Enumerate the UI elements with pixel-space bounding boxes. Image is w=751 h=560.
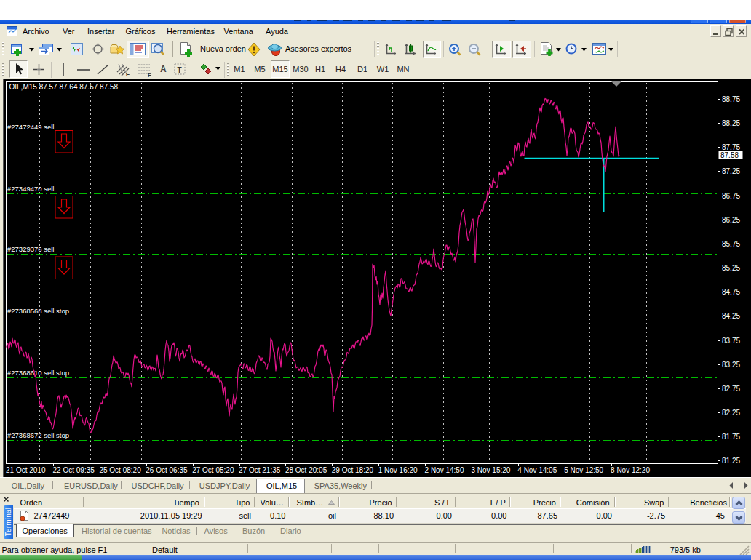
svg-text:83.25: 83.25 [722, 361, 740, 369]
svg-text:4 Nov 14:05: 4 Nov 14:05 [517, 466, 557, 474]
svg-text:83.75: 83.75 [722, 337, 740, 345]
svg-text:27 Oct 21:35: 27 Oct 21:35 [239, 466, 281, 474]
svg-text:82.75: 82.75 [722, 385, 740, 393]
svg-text:85.25: 85.25 [722, 264, 740, 272]
svg-text:29 Oct 18:20: 29 Oct 18:20 [332, 466, 374, 474]
svg-text:25 Oct 08:20: 25 Oct 08:20 [99, 466, 141, 474]
svg-text:#27329376 sell: #27329376 sell [7, 245, 54, 253]
svg-text:28 Oct 20:05: 28 Oct 20:05 [285, 466, 327, 474]
svg-text:OIL,M15 87.57 87.64 87.57 87.: OIL,M15 87.57 87.64 87.57 87.58 [9, 83, 119, 91]
svg-text:8 Nov 12:20: 8 Nov 12:20 [611, 466, 650, 474]
svg-text:86.75: 86.75 [722, 192, 740, 200]
svg-text:87.58: 87.58 [720, 151, 739, 159]
svg-text:26 Oct 06:35: 26 Oct 06:35 [146, 466, 188, 474]
svg-text:82.25: 82.25 [722, 409, 740, 417]
svg-text:#27368672 sell stop: #27368672 sell stop [7, 431, 69, 439]
svg-text:#27368610 sell stop: #27368610 sell stop [7, 369, 69, 377]
svg-text:87.25: 87.25 [722, 167, 740, 175]
svg-text:22 Oct 09:35: 22 Oct 09:35 [53, 466, 95, 474]
svg-text:88.75: 88.75 [722, 95, 740, 103]
svg-text:81.25: 81.25 [722, 457, 740, 465]
svg-text:1 Nov 16:20: 1 Nov 16:20 [378, 466, 418, 474]
svg-text:#27472449 sell: #27472449 sell [7, 123, 54, 131]
svg-text:87.75: 87.75 [722, 143, 740, 151]
svg-text:21 Oct 2010: 21 Oct 2010 [6, 466, 46, 474]
svg-text:85.75: 85.75 [722, 240, 740, 248]
svg-text:84.75: 84.75 [722, 288, 740, 296]
svg-text:#27368568 sell stop: #27368568 sell stop [7, 307, 69, 315]
svg-text:88.25: 88.25 [722, 119, 740, 127]
svg-text:#27349470 sell: #27349470 sell [7, 185, 54, 193]
svg-text:2 Nov 14:50: 2 Nov 14:50 [425, 466, 464, 474]
svg-text:3 Nov 15:20: 3 Nov 15:20 [471, 466, 510, 474]
svg-text:27 Oct 05:20: 27 Oct 05:20 [192, 466, 234, 474]
svg-text:84.25: 84.25 [722, 312, 740, 320]
svg-text:86.25: 86.25 [722, 216, 740, 224]
svg-text:81.75: 81.75 [722, 433, 740, 441]
svg-text:5 Nov 12:50: 5 Nov 12:50 [564, 466, 603, 474]
